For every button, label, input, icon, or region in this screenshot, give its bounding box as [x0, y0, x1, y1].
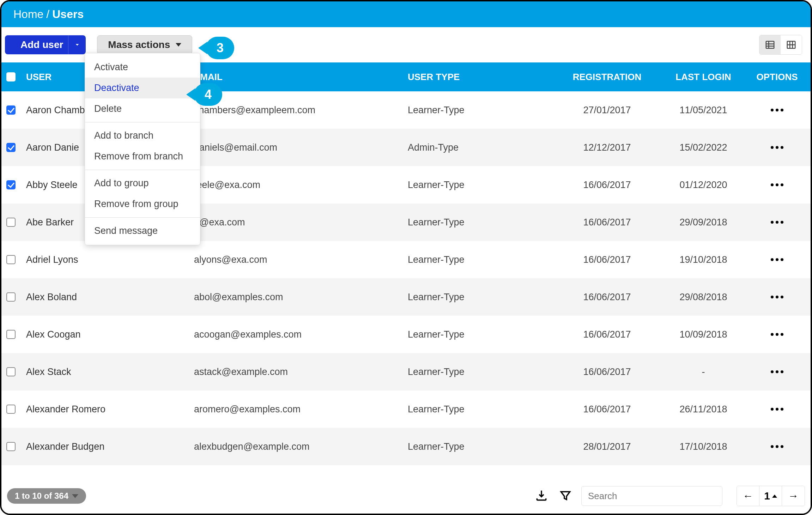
cell-user: Alex Boland [24, 292, 194, 303]
cell-last-login: 29/08/2018 [658, 292, 749, 303]
menu-divider [85, 170, 200, 170]
col-email[interactable]: EMAIL [194, 72, 408, 83]
breadcrumb-home[interactable]: Home [13, 8, 43, 21]
row-checkbox[interactable] [6, 405, 16, 414]
list-view-button[interactable] [759, 35, 781, 54]
row-checkbox[interactable] [6, 292, 16, 302]
cell-last-login: 11/05/2021 [658, 105, 749, 116]
row-options-button[interactable] [771, 258, 783, 261]
cell-type: Learner-Type [408, 329, 556, 340]
row-checkbox[interactable] [6, 330, 16, 339]
col-options: OPTIONS [749, 72, 806, 83]
menu-send-message[interactable]: Send message [85, 220, 200, 241]
cell-last-login: 10/09/2018 [658, 329, 749, 340]
table-row[interactable]: Alex Coogan acoogan@examples.com Learner… [1, 316, 811, 353]
cell-email: abol@examples.com [194, 292, 408, 303]
mass-actions-button[interactable]: Mass actions [97, 35, 192, 54]
cell-type: Learner-Type [408, 254, 556, 265]
view-switch [759, 35, 802, 55]
menu-add-branch[interactable]: Add to branch [85, 125, 200, 146]
row-options-button[interactable] [771, 109, 783, 111]
cell-user: Adriel Lyons [24, 254, 194, 265]
download-icon [535, 489, 548, 502]
pager-prev[interactable]: ← [737, 486, 759, 506]
cell-last-login: 29/09/2018 [658, 217, 749, 228]
pager-page-number: 1 [764, 490, 770, 502]
cell-registration: 16/06/2017 [556, 292, 658, 303]
cell-user: Alex Stack [24, 366, 194, 377]
row-options-button[interactable] [771, 296, 783, 298]
row-checkbox[interactable] [6, 367, 16, 376]
menu-deactivate[interactable]: Deactivate [85, 78, 200, 98]
cell-email: alyons@exa.com [194, 254, 408, 265]
add-user-dropdown-toggle[interactable] [68, 35, 86, 54]
menu-divider [85, 217, 200, 218]
cell-type: Learner-Type [408, 105, 556, 116]
select-all-checkbox[interactable] [6, 72, 16, 81]
pager-next[interactable]: → [782, 486, 805, 506]
download-button[interactable] [533, 487, 550, 505]
row-checkbox[interactable] [6, 442, 16, 451]
pager-page[interactable]: 1 [759, 486, 782, 506]
row-checkbox[interactable] [6, 105, 16, 115]
cell-registration: 16/06/2017 [556, 180, 658, 190]
breadcrumb-page: Users [52, 8, 84, 21]
add-user-button[interactable]: Add user [5, 35, 86, 54]
col-type[interactable]: USER TYPE [408, 72, 556, 83]
cell-email: daniels@email.com [194, 142, 408, 153]
menu-remove-branch[interactable]: Remove from branch [85, 146, 200, 167]
menu-divider [85, 122, 200, 122]
cell-type: Learner-Type [408, 180, 556, 190]
row-checkbox[interactable] [6, 255, 16, 264]
cell-user: Alexander Budgen [24, 441, 194, 452]
search-input[interactable] [581, 486, 722, 506]
row-options-button[interactable] [771, 370, 783, 373]
col-registration[interactable]: REGISTRATION [556, 72, 658, 83]
range-text: 1 to 10 of 364 [15, 491, 68, 501]
cell-last-login: 01/12/2020 [658, 180, 749, 190]
menu-add-group[interactable]: Add to group [85, 173, 200, 194]
table-row[interactable]: Alex Boland abol@examples.com Learner-Ty… [1, 278, 811, 316]
list-view-icon [765, 40, 775, 50]
row-options-button[interactable] [771, 408, 783, 411]
grid-view-button[interactable] [781, 35, 802, 54]
cell-email: acoogan@examples.com [194, 329, 408, 340]
row-checkbox[interactable] [6, 143, 16, 152]
cell-email: aromero@examples.com [194, 404, 408, 415]
cell-type: Learner-Type [408, 292, 556, 303]
row-checkbox[interactable] [6, 180, 16, 189]
breadcrumb-bar: Home / Users [1, 1, 811, 27]
row-options-button[interactable] [771, 445, 783, 448]
cell-email: astack@example.com [194, 366, 408, 377]
table-row[interactable]: Alex Stack astack@example.com Learner-Ty… [1, 353, 811, 390]
cell-registration: 16/06/2017 [556, 404, 658, 415]
cell-last-login: - [658, 366, 749, 377]
menu-activate[interactable]: Activate [85, 57, 200, 78]
row-options-button[interactable] [771, 221, 783, 224]
cell-last-login: 26/11/2018 [658, 404, 749, 415]
menu-delete[interactable]: Delete [85, 98, 200, 119]
cell-user: Alexander Romero [24, 404, 194, 415]
cell-email: alexbudgen@example.com [194, 441, 408, 452]
grid-view-icon [786, 40, 796, 50]
col-last-login[interactable]: LAST LOGIN [658, 72, 749, 83]
cell-type: Learner-Type [408, 366, 556, 377]
cell-email: e@exa.com [194, 217, 408, 228]
range-pill[interactable]: 1 to 10 of 364 [7, 488, 86, 504]
row-options-button[interactable] [771, 146, 783, 149]
cell-last-login: 17/10/2018 [658, 441, 749, 452]
menu-remove-group[interactable]: Remove from group [85, 194, 200, 214]
table-row[interactable]: Alexander Budgen alexbudgen@example.com … [1, 428, 811, 465]
footer-actions: ← 1 → [533, 486, 805, 506]
users-screen: Home / Users Add user Mass actions [0, 0, 812, 515]
table-row[interactable]: Alexander Romero aromero@examples.com Le… [1, 390, 811, 428]
row-checkbox[interactable] [6, 218, 16, 227]
cell-type: Learner-Type [408, 404, 556, 415]
mass-actions-label: Mass actions [108, 39, 170, 50]
table-row[interactable]: Adriel Lyons alyons@exa.com Learner-Type… [1, 241, 811, 278]
row-options-button[interactable] [771, 333, 783, 336]
row-options-button[interactable] [771, 183, 783, 186]
mass-actions-menu: Activate Deactivate Delete Add to branch… [85, 53, 200, 245]
filter-button[interactable] [557, 487, 574, 505]
caret-up-icon [772, 495, 777, 498]
